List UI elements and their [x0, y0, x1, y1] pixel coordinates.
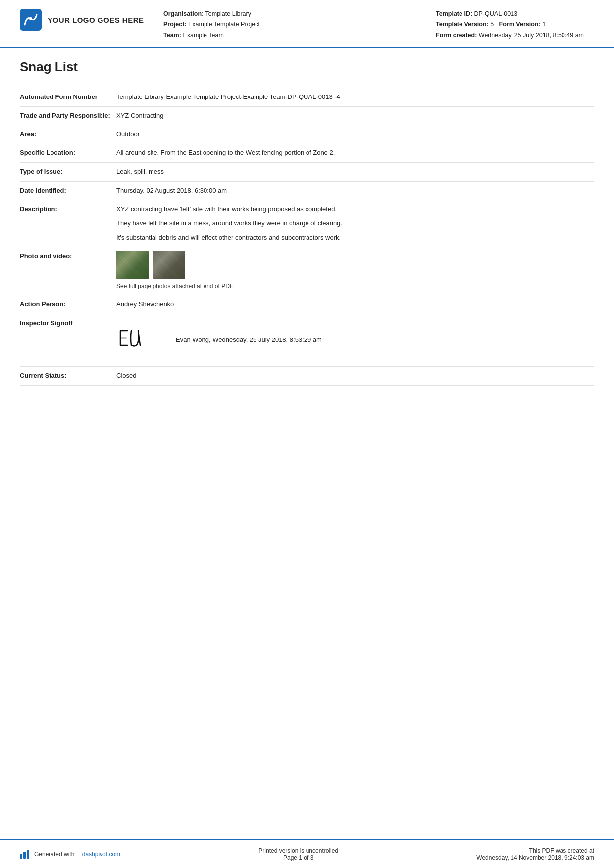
- org-value: Template Library: [205, 10, 251, 17]
- signature-area: Evan Wong, Wednesday, 25 July 2018, 8:53…: [116, 318, 594, 362]
- description-line2: They have left the site in a mess, aroun…: [116, 218, 594, 229]
- date-identified-row: Date identified: Thursday, 02 August 201…: [20, 182, 594, 200]
- page-title: Snag List: [20, 59, 594, 79]
- footer-left: Generated with dashpivot.com: [20, 850, 120, 859]
- area-row: Area: Outdoor: [20, 125, 594, 144]
- photo-caption: See full page photos attached at end of …: [116, 282, 594, 291]
- trade-party-row: Trade and Party Responsible: XYZ Contrac…: [20, 107, 594, 126]
- footer-created-label: This PDF was created at: [476, 847, 594, 854]
- svg-point-1: [29, 17, 32, 20]
- description-line1: XYZ contracting have 'left' site with th…: [116, 204, 594, 215]
- photo-video-value: See full page photos attached at end of …: [116, 251, 594, 291]
- header-meta: Organisation: Template Library Project: …: [163, 9, 436, 41]
- description-value: XYZ contracting have 'left' site with th…: [116, 204, 594, 243]
- current-status-label: Current Status:: [20, 371, 116, 381]
- signature-info: Evan Wong, Wednesday, 25 July 2018, 8:53…: [176, 335, 322, 345]
- template-id-label: Template ID:: [436, 10, 472, 17]
- project-label: Project:: [163, 21, 187, 28]
- page-footer: Generated with dashpivot.com Printed ver…: [0, 839, 614, 868]
- inspector-signoff-label: Inspector Signoff: [20, 318, 116, 328]
- dashpivot-link[interactable]: dashpivot.com: [82, 851, 120, 858]
- specific-location-row: Specific Location: All around site. From…: [20, 144, 594, 163]
- type-of-issue-label: Type of issue:: [20, 167, 116, 177]
- header-right: Template ID: DP-QUAL-0013 Template Versi…: [436, 9, 594, 41]
- automated-form-number-row: Automated Form Number Template Library-E…: [20, 88, 594, 107]
- action-person-value: Andrey Shevchenko: [116, 299, 594, 310]
- specific-location-value: All around site. From the East opening t…: [116, 148, 594, 158]
- area-label: Area:: [20, 129, 116, 139]
- page-header: YOUR LOGO GOES HERE Organisation: Templa…: [0, 0, 614, 48]
- logo-text: YOUR LOGO GOES HERE: [48, 16, 144, 24]
- template-version-value: 5: [490, 21, 494, 28]
- footer-created-date: Wednesday, 14 November 2018, 9:24:03 am: [476, 854, 594, 861]
- team-value: Example Team: [183, 32, 223, 39]
- footer-center: Printed version is uncontrolled Page 1 o…: [258, 847, 338, 861]
- inspector-signoff-row: Inspector Signoff Evan Wong, Wednesday, …: [20, 314, 594, 367]
- photo-thumb-2: [153, 251, 185, 279]
- form-created-value: Wednesday, 25 July 2018, 8:50:49 am: [479, 32, 584, 39]
- description-label: Description:: [20, 204, 116, 214]
- type-of-issue-row: Type of issue: Leak, spill, mess: [20, 163, 594, 182]
- type-of-issue-value: Leak, spill, mess: [116, 167, 594, 177]
- photo-video-label: Photo and video:: [20, 251, 116, 261]
- form-version-label: Form Version:: [499, 21, 541, 28]
- photo-thumbnails: [116, 251, 594, 279]
- description-line3: It's substantial debris and will effect …: [116, 233, 594, 243]
- footer-bar-2: [23, 852, 26, 859]
- trade-party-value: XYZ Contracting: [116, 111, 594, 121]
- automated-form-number-label: Automated Form Number: [20, 92, 116, 102]
- current-status-value: Closed: [116, 371, 594, 381]
- form-version-value: 1: [542, 21, 546, 28]
- footer-logo: [20, 850, 29, 859]
- action-person-label: Action Person:: [20, 299, 116, 309]
- footer-right: This PDF was created at Wednesday, 14 No…: [476, 847, 594, 861]
- template-version-label: Template Version:: [436, 21, 489, 28]
- generated-text: Generated with: [34, 851, 74, 858]
- form-created-label: Form created:: [436, 32, 477, 39]
- photo-video-row: Photo and video: See full page photos at…: [20, 247, 594, 295]
- description-row: Description: XYZ contracting have 'left'…: [20, 200, 594, 247]
- org-label: Organisation:: [163, 10, 204, 17]
- main-content: Snag List Automated Form Number Template…: [0, 48, 614, 405]
- signature-image: [116, 318, 161, 362]
- logo-icon: [20, 9, 42, 31]
- current-status-row: Current Status: Closed: [20, 367, 594, 386]
- template-id-value: DP-QUAL-0013: [474, 10, 518, 17]
- photo-thumb-1: [116, 251, 149, 279]
- trade-party-label: Trade and Party Responsible:: [20, 111, 116, 121]
- project-value: Example Template Project: [188, 21, 260, 28]
- footer-bar-3: [27, 850, 29, 859]
- footer-uncontrolled-text: Printed version is uncontrolled: [258, 847, 338, 854]
- inspector-signoff-value: Evan Wong, Wednesday, 25 July 2018, 8:53…: [116, 318, 594, 362]
- signature-svg: [116, 321, 161, 355]
- action-person-row: Action Person: Andrey Shevchenko: [20, 295, 594, 314]
- area-value: Outdoor: [116, 129, 594, 140]
- footer-bar-1: [20, 854, 22, 859]
- specific-location-label: Specific Location:: [20, 148, 116, 158]
- date-identified-value: Thursday, 02 August 2018, 6:30:00 am: [116, 186, 594, 196]
- automated-form-number-value: Template Library-Example Template Projec…: [116, 92, 594, 102]
- footer-page-number: Page 1 of 3: [258, 854, 338, 861]
- team-label: Team:: [163, 32, 181, 39]
- date-identified-label: Date identified:: [20, 186, 116, 195]
- logo-area: YOUR LOGO GOES HERE: [20, 9, 149, 31]
